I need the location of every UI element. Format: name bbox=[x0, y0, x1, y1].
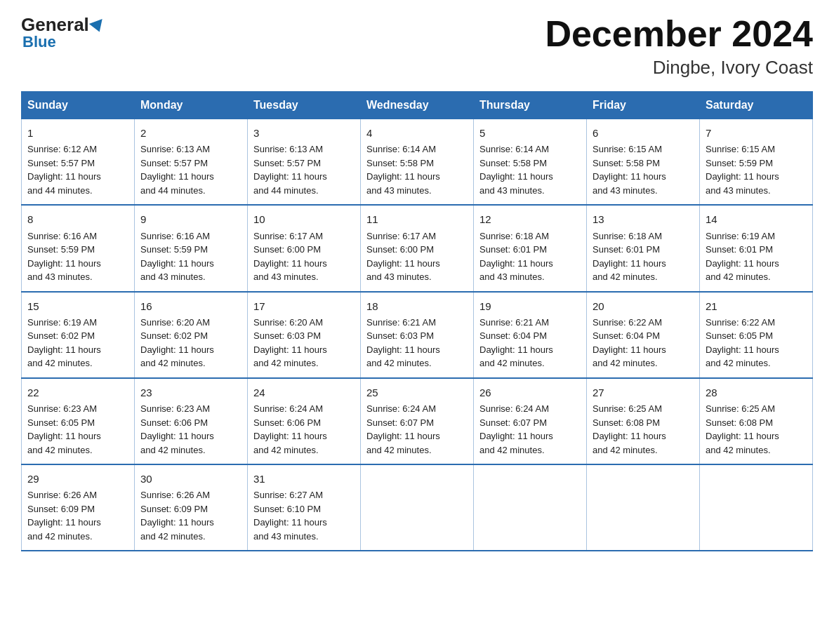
calendar-cell: 10Sunrise: 6:17 AMSunset: 6:00 PMDayligh… bbox=[248, 205, 361, 291]
calendar-cell: 4Sunrise: 6:14 AMSunset: 5:58 PMDaylight… bbox=[361, 119, 474, 206]
week-row-4: 22Sunrise: 6:23 AMSunset: 6:05 PMDayligh… bbox=[22, 378, 813, 464]
day-info: Sunrise: 6:17 AMSunset: 6:00 PMDaylight:… bbox=[366, 229, 468, 284]
calendar-cell: 9Sunrise: 6:16 AMSunset: 5:59 PMDaylight… bbox=[135, 205, 248, 291]
day-info: Sunrise: 6:24 AMSunset: 6:07 PMDaylight:… bbox=[479, 402, 581, 457]
day-number: 22 bbox=[27, 384, 128, 401]
day-info: Sunrise: 6:21 AMSunset: 6:03 PMDaylight:… bbox=[366, 316, 468, 370]
day-number: 26 bbox=[479, 384, 581, 401]
page-title: December 2024 bbox=[545, 14, 813, 54]
day-info: Sunrise: 6:25 AMSunset: 6:08 PMDaylight:… bbox=[593, 402, 694, 457]
calendar-cell: 6Sunrise: 6:15 AMSunset: 5:58 PMDaylight… bbox=[587, 119, 700, 206]
day-number: 3 bbox=[253, 125, 355, 141]
day-number: 13 bbox=[593, 211, 694, 227]
day-info: Sunrise: 6:19 AMSunset: 6:01 PMDaylight:… bbox=[706, 229, 807, 284]
calendar-cell: 22Sunrise: 6:23 AMSunset: 6:05 PMDayligh… bbox=[22, 378, 135, 464]
day-number: 19 bbox=[479, 298, 581, 314]
day-info: Sunrise: 6:19 AMSunset: 6:02 PMDaylight:… bbox=[27, 316, 128, 370]
day-info: Sunrise: 6:22 AMSunset: 6:05 PMDaylight:… bbox=[706, 316, 807, 370]
day-number: 5 bbox=[479, 125, 581, 141]
day-number: 30 bbox=[140, 471, 241, 487]
day-info: Sunrise: 6:22 AMSunset: 6:04 PMDaylight:… bbox=[593, 316, 694, 370]
calendar-cell: 3Sunrise: 6:13 AMSunset: 5:57 PMDaylight… bbox=[248, 119, 361, 206]
day-info: Sunrise: 6:18 AMSunset: 6:01 PMDaylight:… bbox=[479, 229, 581, 284]
day-info: Sunrise: 6:25 AMSunset: 6:08 PMDaylight:… bbox=[706, 402, 807, 457]
calendar-cell: 11Sunrise: 6:17 AMSunset: 6:00 PMDayligh… bbox=[361, 205, 474, 291]
logo-blue-text: Blue bbox=[22, 33, 56, 51]
day-number: 23 bbox=[140, 384, 241, 401]
calendar-cell: 7Sunrise: 6:15 AMSunset: 5:59 PMDaylight… bbox=[700, 119, 813, 206]
logo: General Blue bbox=[21, 14, 105, 51]
day-number: 15 bbox=[27, 298, 128, 314]
calendar-cell: 8Sunrise: 6:16 AMSunset: 5:59 PMDaylight… bbox=[22, 205, 135, 291]
day-number: 8 bbox=[27, 211, 128, 227]
day-number: 18 bbox=[366, 298, 468, 314]
calendar-cell: 16Sunrise: 6:20 AMSunset: 6:02 PMDayligh… bbox=[135, 292, 248, 378]
calendar-cell: 30Sunrise: 6:26 AMSunset: 6:09 PMDayligh… bbox=[135, 464, 248, 551]
calendar-cell: 5Sunrise: 6:14 AMSunset: 5:58 PMDaylight… bbox=[474, 119, 587, 206]
day-number: 10 bbox=[253, 211, 355, 227]
day-number: 12 bbox=[479, 211, 581, 227]
calendar-cell: 18Sunrise: 6:21 AMSunset: 6:03 PMDayligh… bbox=[361, 292, 474, 378]
calendar-cell: 19Sunrise: 6:21 AMSunset: 6:04 PMDayligh… bbox=[474, 292, 587, 378]
calendar-table: SundayMondayTuesdayWednesdayThursdayFrid… bbox=[21, 91, 813, 551]
calendar-cell: 17Sunrise: 6:20 AMSunset: 6:03 PMDayligh… bbox=[248, 292, 361, 378]
day-number: 25 bbox=[366, 384, 468, 401]
day-number: 27 bbox=[593, 384, 694, 401]
day-number: 6 bbox=[593, 125, 694, 141]
day-info: Sunrise: 6:20 AMSunset: 6:02 PMDaylight:… bbox=[140, 316, 241, 370]
day-number: 28 bbox=[706, 384, 807, 401]
day-number: 7 bbox=[706, 125, 807, 141]
day-number: 24 bbox=[253, 384, 355, 401]
week-row-5: 29Sunrise: 6:26 AMSunset: 6:09 PMDayligh… bbox=[22, 464, 813, 551]
day-info: Sunrise: 6:24 AMSunset: 6:07 PMDaylight:… bbox=[366, 402, 468, 457]
day-info: Sunrise: 6:26 AMSunset: 6:09 PMDaylight:… bbox=[27, 488, 128, 543]
calendar-cell: 2Sunrise: 6:13 AMSunset: 5:57 PMDaylight… bbox=[135, 119, 248, 206]
calendar-cell: 1Sunrise: 6:12 AMSunset: 5:57 PMDaylight… bbox=[22, 119, 135, 206]
calendar-cell bbox=[474, 464, 587, 551]
day-info: Sunrise: 6:27 AMSunset: 6:10 PMDaylight:… bbox=[253, 488, 355, 543]
calendar-cell: 29Sunrise: 6:26 AMSunset: 6:09 PMDayligh… bbox=[22, 464, 135, 551]
day-info: Sunrise: 6:15 AMSunset: 5:58 PMDaylight:… bbox=[593, 142, 694, 197]
day-info: Sunrise: 6:17 AMSunset: 6:00 PMDaylight:… bbox=[253, 229, 355, 284]
weekday-header-row: SundayMondayTuesdayWednesdayThursdayFrid… bbox=[22, 92, 813, 119]
calendar-cell: 28Sunrise: 6:25 AMSunset: 6:08 PMDayligh… bbox=[700, 378, 813, 464]
day-info: Sunrise: 6:26 AMSunset: 6:09 PMDaylight:… bbox=[140, 488, 241, 543]
page-header: General Blue December 2024 Dingbe, Ivory… bbox=[21, 14, 813, 79]
week-row-3: 15Sunrise: 6:19 AMSunset: 6:02 PMDayligh… bbox=[22, 292, 813, 378]
day-info: Sunrise: 6:16 AMSunset: 5:59 PMDaylight:… bbox=[140, 229, 241, 284]
calendar-cell: 24Sunrise: 6:24 AMSunset: 6:06 PMDayligh… bbox=[248, 378, 361, 464]
day-number: 9 bbox=[140, 211, 241, 227]
week-row-1: 1Sunrise: 6:12 AMSunset: 5:57 PMDaylight… bbox=[22, 119, 813, 206]
page-subtitle: Dingbe, Ivory Coast bbox=[545, 57, 813, 79]
day-number: 21 bbox=[706, 298, 807, 314]
title-block: December 2024 Dingbe, Ivory Coast bbox=[545, 14, 813, 79]
weekday-header-tuesday: Tuesday bbox=[248, 92, 361, 119]
day-number: 29 bbox=[27, 471, 128, 487]
calendar-cell: 31Sunrise: 6:27 AMSunset: 6:10 PMDayligh… bbox=[248, 464, 361, 551]
calendar-cell bbox=[700, 464, 813, 551]
weekday-header-saturday: Saturday bbox=[700, 92, 813, 119]
day-info: Sunrise: 6:13 AMSunset: 5:57 PMDaylight:… bbox=[140, 142, 241, 197]
logo-triangle-icon bbox=[89, 19, 106, 34]
day-number: 17 bbox=[253, 298, 355, 314]
weekday-header-thursday: Thursday bbox=[474, 92, 587, 119]
day-number: 20 bbox=[593, 298, 694, 314]
day-number: 1 bbox=[27, 125, 128, 141]
calendar-cell: 14Sunrise: 6:19 AMSunset: 6:01 PMDayligh… bbox=[700, 205, 813, 291]
day-info: Sunrise: 6:12 AMSunset: 5:57 PMDaylight:… bbox=[27, 142, 128, 197]
day-number: 14 bbox=[706, 211, 807, 227]
day-number: 4 bbox=[366, 125, 468, 141]
calendar-cell: 23Sunrise: 6:23 AMSunset: 6:06 PMDayligh… bbox=[135, 378, 248, 464]
day-info: Sunrise: 6:21 AMSunset: 6:04 PMDaylight:… bbox=[479, 316, 581, 370]
day-info: Sunrise: 6:18 AMSunset: 6:01 PMDaylight:… bbox=[593, 229, 694, 284]
calendar-cell bbox=[361, 464, 474, 551]
day-info: Sunrise: 6:23 AMSunset: 6:05 PMDaylight:… bbox=[27, 402, 128, 457]
day-number: 11 bbox=[366, 211, 468, 227]
weekday-header-monday: Monday bbox=[135, 92, 248, 119]
weekday-header-wednesday: Wednesday bbox=[361, 92, 474, 119]
calendar-cell: 13Sunrise: 6:18 AMSunset: 6:01 PMDayligh… bbox=[587, 205, 700, 291]
day-info: Sunrise: 6:14 AMSunset: 5:58 PMDaylight:… bbox=[366, 142, 468, 197]
day-number: 31 bbox=[253, 471, 355, 487]
calendar-cell: 15Sunrise: 6:19 AMSunset: 6:02 PMDayligh… bbox=[22, 292, 135, 378]
day-info: Sunrise: 6:20 AMSunset: 6:03 PMDaylight:… bbox=[253, 316, 355, 370]
